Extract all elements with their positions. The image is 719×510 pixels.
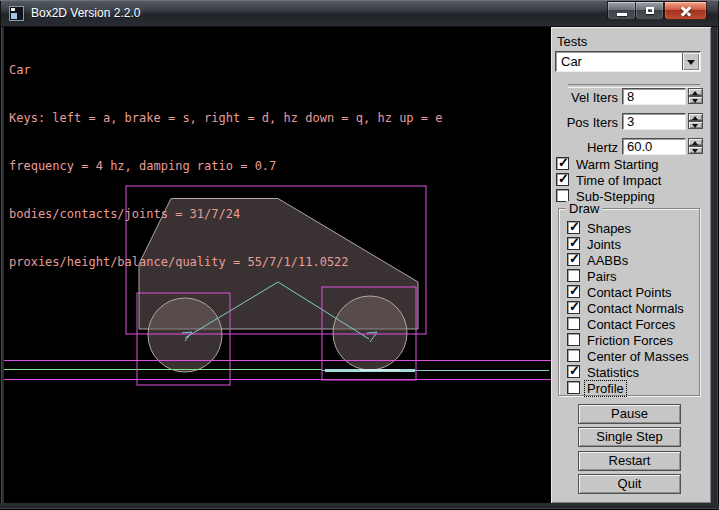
vel-iters-spinner <box>688 88 703 105</box>
hertz-spin-down[interactable] <box>688 146 703 154</box>
checkbox-box[interactable] <box>567 381 580 394</box>
pause-button[interactable]: Pause <box>578 404 681 424</box>
arrow-down-icon <box>692 149 698 153</box>
vel-iters-spin-down[interactable] <box>688 96 703 104</box>
checkbox-label: Friction Forces <box>587 333 673 348</box>
hud-test-name: Car <box>9 62 442 78</box>
checkbox-label: Profile <box>585 381 626 396</box>
checkbox-label: Center of Masses <box>587 349 689 364</box>
maximize-icon <box>646 7 654 14</box>
checkbox-label: Contact Points <box>587 285 672 300</box>
hertz-spinner <box>688 138 703 155</box>
hud-frequency: frequency = 4 hz, damping ratio = 0.7 <box>9 158 442 174</box>
hertz-label: Hertz <box>557 140 618 155</box>
pos-iters-input[interactable] <box>622 113 686 130</box>
single-step-button[interactable]: Single Step <box>578 427 681 447</box>
hud-body-stats: bodies/contacts/joints = 31/7/24 <box>9 206 442 222</box>
tests-dropdown[interactable]: Car <box>555 51 701 72</box>
check-icon: ✓ <box>569 299 580 314</box>
checkbox-box[interactable] <box>567 349 580 362</box>
arrow-up-icon <box>692 141 698 145</box>
hud-proxy-stats: proxies/height/balance/quality = 55/7/1/… <box>9 254 442 270</box>
close-button[interactable] <box>664 1 707 20</box>
debug-text-overlay: Car Keys: left = a, brake = s, right = d… <box>9 30 442 302</box>
checkbox-box[interactable] <box>567 317 580 330</box>
control-panel: Tests Car Vel Iters Pos Iters Hertz <box>551 27 711 503</box>
window-title: Box2D Version 2.2.0 <box>31 6 140 20</box>
checkbox-box[interactable]: ✓ <box>567 237 580 250</box>
arrow-down-icon <box>692 124 698 128</box>
checkbox-box[interactable]: ✓ <box>556 157 569 170</box>
checkbox-label: Contact Forces <box>587 317 675 332</box>
checkbox-label: AABBs <box>587 253 628 268</box>
minimize-icon <box>617 13 627 16</box>
checkbox-label: Shapes <box>587 221 631 236</box>
check-icon: ✓ <box>569 219 580 234</box>
check-icon: ✓ <box>569 363 580 378</box>
app-window: Box2D Version 2.2.0 <box>0 0 719 510</box>
window-border-bottom <box>0 503 719 510</box>
quit-button[interactable]: Quit <box>578 474 681 494</box>
restart-button[interactable]: Restart <box>578 451 681 471</box>
pos-iters-spinner <box>688 113 703 130</box>
checkbox-box[interactable] <box>567 269 580 282</box>
maximize-button[interactable] <box>635 1 664 20</box>
pos-iters-spin-down[interactable] <box>688 121 703 129</box>
draw-group: Draw ✓ Shapes ✓ Joints ✓ AABBs Pairs ✓ C… <box>558 208 700 396</box>
checkbox-label: Pairs <box>587 269 617 284</box>
checkbox-box[interactable]: ✓ <box>567 285 580 298</box>
hud-keys-help: Keys: left = a, brake = s, right = d, hz… <box>9 110 442 126</box>
arrow-down-icon <box>692 99 698 103</box>
vel-iters-label: Vel Iters <box>557 90 618 105</box>
hertz-input[interactable] <box>622 138 686 155</box>
vel-iters-spin-up[interactable] <box>688 88 703 96</box>
checkbox-label: Joints <box>587 237 621 252</box>
tests-label: Tests <box>557 34 587 49</box>
checkbox-label: Contact Normals <box>587 301 684 316</box>
checkbox-label: Time of Impact <box>576 173 661 188</box>
check-icon: ✓ <box>558 155 569 170</box>
check-icon: ✓ <box>569 283 580 298</box>
draw-group-title: Draw <box>566 201 602 216</box>
checkbox-box[interactable]: ✓ <box>567 365 580 378</box>
checkbox-box[interactable] <box>567 333 580 346</box>
arrow-up-icon <box>692 91 698 95</box>
hertz-spin-up[interactable] <box>688 138 703 146</box>
checkbox-box[interactable]: ✓ <box>567 253 580 266</box>
tests-dropdown-button[interactable] <box>682 53 699 70</box>
checkbox-box[interactable]: ✓ <box>556 173 569 186</box>
minimize-button[interactable] <box>607 1 636 20</box>
checkbox-box[interactable]: ✓ <box>567 221 580 234</box>
checkbox-label: Warm Starting <box>576 157 659 172</box>
titlebar[interactable]: Box2D Version 2.2.0 <box>0 0 719 27</box>
check-icon: ✓ <box>558 171 569 186</box>
check-icon: ✓ <box>569 251 580 266</box>
app-icon <box>9 6 24 21</box>
vel-iters-input[interactable] <box>622 88 686 105</box>
window-border-right <box>711 27 719 503</box>
checkbox-label: Statistics <box>587 365 639 380</box>
pos-iters-label: Pos Iters <box>557 115 618 130</box>
pos-iters-spin-up[interactable] <box>688 113 703 121</box>
simulation-canvas[interactable]: Car Keys: left = a, brake = s, right = d… <box>4 27 551 503</box>
tests-dropdown-value: Car <box>561 54 582 69</box>
check-icon: ✓ <box>569 235 580 250</box>
checkbox-box[interactable]: ✓ <box>567 301 580 314</box>
chevron-down-icon <box>687 60 695 65</box>
arrow-up-icon <box>692 116 698 120</box>
